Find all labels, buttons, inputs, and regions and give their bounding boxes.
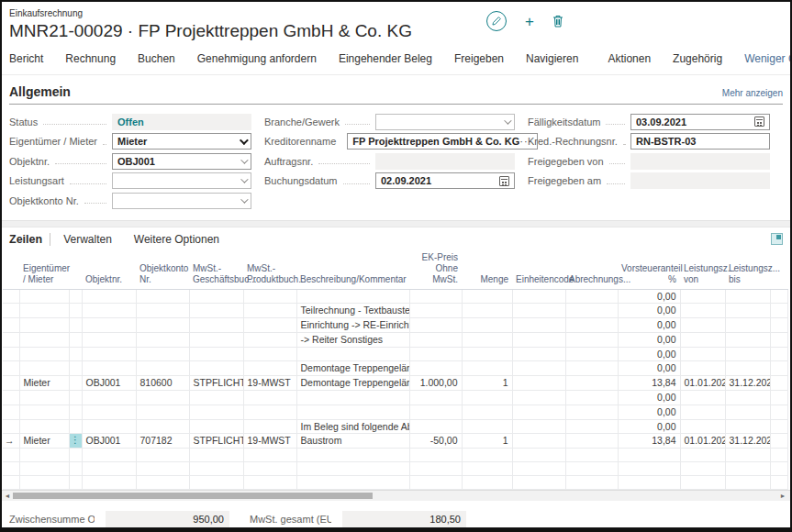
cell-account[interactable] (136, 332, 189, 347)
cell-dots[interactable] (69, 318, 82, 333)
cell-dots[interactable] (69, 419, 82, 434)
cell-unit[interactable] (512, 449, 565, 462)
cell-vatprod[interactable] (243, 419, 296, 434)
cell-vat[interactable] (618, 449, 680, 462)
cell-tail[interactable] (770, 405, 787, 419)
cell-vat[interactable]: 0,00 (618, 289, 680, 304)
cell-sel[interactable] (3, 332, 19, 347)
menu-item-bericht[interactable]: Bericht (9, 52, 43, 65)
cell-vatbus[interactable] (189, 304, 243, 318)
cell-from[interactable] (680, 361, 725, 376)
cell-account[interactable] (136, 475, 189, 489)
cell-dots[interactable] (69, 462, 82, 476)
field-control[interactable] (112, 172, 251, 189)
cell-sel[interactable] (3, 462, 19, 476)
column-header-desc[interactable]: Beschreibung/Kommentar (296, 250, 409, 290)
cell-price[interactable]: 1.000,00 (409, 376, 462, 391)
cell-dots[interactable] (69, 289, 82, 304)
menu-item-buchen[interactable]: Buchen (138, 52, 175, 65)
cell-price[interactable] (409, 462, 462, 476)
cell-account[interactable] (136, 361, 189, 376)
cell-dots[interactable] (69, 347, 82, 361)
cell-desc[interactable] (296, 475, 409, 489)
cell-billing[interactable] (565, 318, 618, 333)
cell-vatbus[interactable]: STPFLICHT (189, 376, 243, 391)
cell-sel[interactable] (3, 361, 19, 376)
table-row[interactable] (3, 449, 787, 462)
scroll-left-arrow[interactable]: ◄ (2, 491, 13, 501)
cell-vatprod[interactable] (243, 347, 296, 361)
cell-price[interactable] (409, 475, 462, 489)
cell-price[interactable] (409, 405, 462, 419)
cell-unit[interactable] (512, 419, 565, 434)
chevron-down-icon[interactable] (504, 116, 511, 124)
cell-sel[interactable] (3, 391, 19, 405)
cell-price[interactable] (409, 318, 462, 333)
cell-owner[interactable]: Mieter (19, 434, 69, 449)
cell-unit[interactable] (512, 405, 565, 419)
cell-vat[interactable] (618, 475, 680, 489)
cell-to[interactable] (725, 347, 770, 361)
cell-billing[interactable] (565, 462, 618, 476)
cell-price[interactable] (409, 332, 462, 347)
cell-owner[interactable] (19, 449, 69, 462)
cell-qty[interactable]: 1 (462, 376, 512, 391)
cell-qty[interactable]: 1 (462, 434, 512, 449)
cell-unit[interactable] (512, 376, 565, 391)
field-control[interactable]: FP Projekttreppen GmbH & Co. KG··· (347, 133, 538, 150)
cell-desc[interactable] (296, 449, 409, 462)
cell-price[interactable]: -50,00 (409, 434, 462, 449)
row-options-dots-icon[interactable]: ⋮ (70, 434, 82, 448)
cell-account[interactable] (136, 304, 189, 318)
menu-item-eingehender-beleg[interactable]: Eingehender Beleg (339, 52, 432, 65)
column-header-owner[interactable]: Eigentümer / Mieter (19, 250, 69, 290)
cell-tail[interactable] (770, 391, 787, 405)
cell-vat[interactable]: 0,00 (618, 361, 680, 376)
field-control[interactable]: RN-BSTR-03 (630, 133, 770, 150)
cell-sel[interactable] (3, 475, 19, 489)
cell-qty[interactable] (462, 405, 512, 419)
cell-dots[interactable] (69, 405, 82, 419)
cell-vatprod[interactable] (243, 475, 296, 489)
cell-unit[interactable] (512, 434, 565, 449)
cell-dots[interactable] (69, 304, 82, 318)
table-row[interactable]: Im Beleg sind folgende Abzüge e...0,00 (3, 419, 787, 434)
cell-account[interactable] (136, 405, 189, 419)
cell-billing[interactable] (565, 419, 618, 434)
plus-icon[interactable]: + (525, 14, 534, 29)
cell-owner[interactable] (19, 304, 69, 318)
cell-desc[interactable]: Im Beleg sind folgende Abzüge e... (296, 419, 409, 434)
cell-qty[interactable] (462, 462, 512, 476)
cell-owner[interactable] (19, 318, 69, 333)
cell-obj[interactable] (82, 332, 136, 347)
cell-sel[interactable] (3, 405, 19, 419)
cell-vatprod[interactable] (243, 449, 296, 462)
cell-tail[interactable] (770, 361, 787, 376)
table-row[interactable]: MieterOBJ001810600STPFLICHT19-MWSTDemont… (3, 376, 787, 391)
scrollbar-thumb[interactable] (13, 493, 373, 499)
menu-item-freigeben[interactable]: Freigeben (454, 52, 504, 65)
menu-item-rechnung[interactable]: Rechnung (65, 52, 116, 65)
cell-dots[interactable] (69, 376, 82, 391)
lines-menu-weitere-optionen[interactable]: Weitere Optionen (134, 233, 219, 246)
cell-obj[interactable]: OBJ001 (82, 376, 136, 391)
cell-desc[interactable]: Demontage Treppengeländer Ins... (296, 376, 409, 391)
cell-account[interactable]: 810600 (136, 376, 189, 391)
cell-to[interactable] (725, 332, 770, 347)
table-row[interactable]: Demontage Treppengeländer0,00 (3, 361, 787, 376)
cell-obj[interactable] (82, 304, 136, 318)
cell-vatprod[interactable] (243, 332, 296, 347)
cell-account[interactable] (136, 318, 189, 333)
cell-to[interactable] (725, 391, 770, 405)
field-control[interactable] (112, 193, 251, 209)
cell-to[interactable] (725, 405, 770, 419)
cell-unit[interactable] (512, 332, 565, 347)
cell-price[interactable] (409, 289, 462, 304)
cell-vatbus[interactable] (189, 318, 243, 333)
cell-qty[interactable] (462, 391, 512, 405)
cell-from[interactable] (680, 332, 725, 347)
cell-desc[interactable]: -> Reiter Sonstiges (296, 332, 409, 347)
cell-dots[interactable] (69, 361, 82, 376)
cell-unit[interactable] (512, 391, 565, 405)
column-header-to[interactable]: Leistungsz... bis (725, 250, 770, 290)
